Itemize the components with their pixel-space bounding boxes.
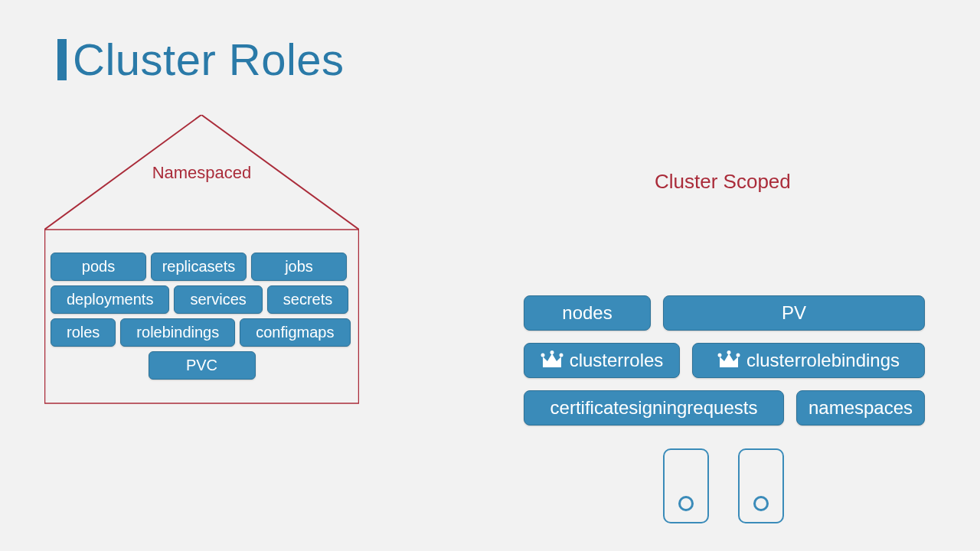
title-accent-bar [57, 39, 67, 80]
pill-clusterroles-label: clusterroles [570, 350, 664, 371]
title-text: Cluster Roles [73, 34, 345, 85]
pill-namespaces: namespaces [796, 390, 925, 425]
pill-clusterrolebindings: clusterrolebindings [692, 343, 925, 378]
cluster-scoped-label: Cluster Scoped [655, 170, 791, 194]
pill-nodes: nodes [524, 295, 651, 331]
node-badge-icon [738, 448, 784, 523]
node-badges [663, 448, 784, 523]
svg-point-3 [559, 354, 563, 357]
cluster-scoped-grid: nodes PV clusterroles clusterrolebinding… [524, 295, 925, 438]
pill-configmaps: configmaps [240, 318, 350, 347]
svg-point-6 [736, 354, 740, 357]
pill-secrets: secrets [267, 285, 348, 314]
svg-point-5 [727, 350, 730, 354]
pill-jobs: jobs [251, 253, 347, 281]
namespaced-house: Namespaced pods replicasets jobs deploym… [44, 115, 359, 404]
page-title: Cluster Roles [57, 34, 345, 85]
pill-pvc: PVC [149, 351, 256, 380]
pill-roles: roles [51, 318, 116, 347]
svg-point-4 [717, 354, 721, 357]
pill-pods: pods [51, 253, 146, 281]
svg-point-2 [550, 350, 554, 354]
crown-icon [717, 350, 740, 370]
pill-replicasets: replicasets [151, 253, 247, 281]
pill-clusterrolebindings-label: clusterrolebindings [746, 350, 900, 371]
pill-rolebindings: rolebindings [120, 318, 235, 347]
pill-pv: PV [663, 295, 925, 331]
pill-services: services [174, 285, 262, 314]
namespaced-pill-grid: pods replicasets jobs deployments servic… [51, 253, 353, 384]
node-badge-icon [663, 448, 709, 523]
pill-deployments: deployments [51, 285, 169, 314]
crown-icon [541, 350, 564, 370]
pill-clusterroles: clusterroles [524, 343, 680, 378]
svg-point-1 [541, 354, 544, 357]
pill-csr: certificatesigningrequests [524, 390, 784, 425]
